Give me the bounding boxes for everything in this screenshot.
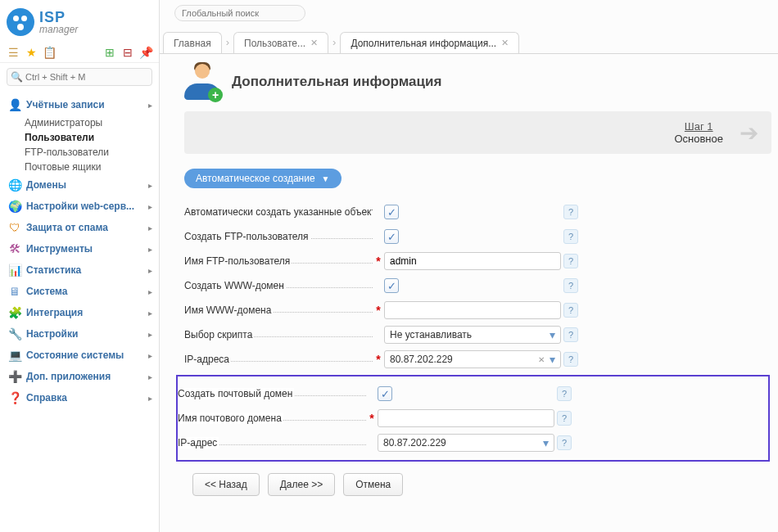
chevron-right-icon: ▸: [148, 101, 152, 110]
nav-group-7[interactable]: 🧩Интеграция▸: [0, 302, 159, 323]
nav-sub-item[interactable]: FTP-пользователи: [0, 145, 159, 160]
chevron-right-icon: ▸: [148, 245, 152, 254]
help-icon[interactable]: ?: [563, 303, 578, 318]
sidebar-search-input[interactable]: [7, 68, 152, 86]
step-indicator[interactable]: Шаг 1 Основное: [674, 120, 723, 145]
nav-group-label: Домены: [26, 179, 143, 191]
help-icon[interactable]: ?: [563, 352, 578, 367]
expand-icon[interactable]: ⊞: [103, 46, 116, 59]
ftp_create-checkbox[interactable]: ✓: [384, 229, 399, 244]
help-cell: ?: [554, 435, 574, 450]
help-cell: ?: [561, 327, 581, 342]
ip_addrs-select[interactable]: 80.87.202.229✕▾: [384, 350, 561, 368]
form-label: Создать почтовый домен: [178, 388, 366, 399]
chevron-down-icon: ▾: [550, 329, 555, 340]
back-button[interactable]: << Назад: [192, 473, 260, 496]
field-cell: ✓: [378, 386, 554, 401]
tab-2[interactable]: Дополнительная информация...✕: [340, 32, 519, 53]
nav-group-label: Настройки: [26, 328, 143, 340]
form-row-mail_create: Создать почтовый домен✓?: [178, 381, 765, 406]
sidebar-search: 🔍: [7, 68, 152, 86]
nav-group-1[interactable]: 🌐Домены▸: [0, 174, 159, 196]
close-icon[interactable]: ✕: [501, 38, 509, 48]
nav-group-icon: 🧩: [8, 306, 21, 319]
help-cell: ?: [561, 278, 581, 293]
ftp_name-input[interactable]: [384, 252, 561, 270]
close-icon[interactable]: ✕: [310, 38, 318, 48]
nav-group-8[interactable]: 🔧Настройки▸: [0, 323, 159, 345]
script-select[interactable]: Не устанавливать▾: [384, 326, 561, 344]
required-mark: *: [366, 412, 378, 425]
form-row-script: Выбор скриптаНе устанавливать▾?: [184, 322, 778, 347]
favorite-icon[interactable]: ★: [25, 46, 38, 59]
help-icon[interactable]: ?: [563, 254, 578, 268]
nav-group-6[interactable]: 🖥Система▸: [0, 281, 159, 302]
nav-group-3[interactable]: 🛡Защита от спама▸: [0, 217, 159, 238]
tab-separator-icon: ›: [226, 36, 229, 48]
help-cell: ?: [561, 352, 581, 367]
form-label: Создать WWW-домен: [184, 280, 373, 291]
select-value: Не устанавливать: [390, 329, 545, 340]
nav-group-0[interactable]: 👤Учётные записи▸: [0, 94, 159, 115]
help-icon[interactable]: ?: [563, 278, 578, 293]
form-label: Имя FTP-пользователя: [184, 255, 373, 267]
sidebar-toolbar: ☰ ★ 📋 ⊞ ⊟ 📌: [0, 43, 159, 63]
nav-group-10[interactable]: ➕Доп. приложения▸: [0, 366, 159, 387]
mail_ip-select[interactable]: 80.87.202.229▾: [378, 434, 554, 452]
step-arrow-icon: ➔: [740, 119, 758, 147]
nav-group-5[interactable]: 📊Статистика▸: [0, 259, 159, 281]
logo: ISP manager: [0, 0, 159, 43]
chevron-right-icon: ▸: [148, 223, 152, 232]
nav-group-icon: 💻: [8, 349, 21, 362]
www_name-input[interactable]: [384, 301, 561, 319]
tab-1[interactable]: Пользовате...✕: [233, 32, 328, 53]
chevron-right-icon: ▸: [148, 351, 152, 360]
nav-group-label: Состояние системы: [26, 349, 143, 361]
chevron-down-icon: ▼: [322, 174, 330, 183]
auto_create-checkbox[interactable]: ✓: [384, 205, 399, 219]
help-icon[interactable]: ?: [557, 411, 572, 426]
mail_name-input[interactable]: [378, 409, 554, 427]
www_create-checkbox[interactable]: ✓: [384, 278, 399, 293]
clipboard-icon[interactable]: 📋: [43, 46, 56, 59]
cancel-button[interactable]: Отмена: [343, 473, 403, 496]
chevron-right-icon: ▸: [148, 330, 152, 339]
help-icon[interactable]: ?: [563, 205, 578, 219]
pin-icon[interactable]: 📌: [139, 46, 152, 59]
tab-separator-icon: ›: [332, 36, 336, 48]
clear-icon[interactable]: ✕: [538, 355, 545, 364]
field-cell: 80.87.202.229▾: [378, 434, 554, 452]
help-icon[interactable]: ?: [563, 327, 578, 342]
next-button[interactable]: Далее >>: [268, 473, 336, 496]
collapse-icon[interactable]: ⊟: [121, 46, 134, 59]
required-mark: *: [373, 255, 384, 268]
help-icon[interactable]: ?: [557, 435, 572, 450]
help-cell: ?: [554, 411, 574, 426]
chevron-right-icon: ▸: [148, 309, 152, 318]
section-header[interactable]: Автоматическое создание ▼: [184, 169, 342, 188]
chevron-right-icon: ▸: [148, 266, 152, 275]
mail_create-checkbox[interactable]: ✓: [378, 386, 392, 401]
help-cell: ?: [554, 386, 574, 401]
nav-group-9[interactable]: 💻Состояние системы▸: [0, 345, 159, 366]
tab-0[interactable]: Главная: [163, 32, 222, 53]
nav-group-label: Статистика: [26, 264, 143, 276]
help-icon[interactable]: ?: [563, 229, 578, 244]
nav-group-icon: 👤: [8, 98, 21, 111]
nav-group-11[interactable]: ❓Справка▸: [0, 387, 159, 408]
toolbar-list-icon[interactable]: ☰: [7, 46, 20, 59]
logo-text-manager: manager: [39, 25, 78, 34]
form-label: IP-адрес: [178, 437, 366, 449]
content: + Дополнительная информация Шаг 1 Основн…: [160, 54, 778, 532]
nav-sub-item[interactable]: Пользователи: [0, 130, 159, 145]
help-cell: ?: [561, 205, 581, 219]
nav-sub-item[interactable]: Администраторы: [0, 115, 159, 130]
nav-group-label: Учётные записи: [26, 99, 143, 110]
nav-group-4[interactable]: 🛠Инструменты▸: [0, 238, 159, 259]
nav-group-2[interactable]: 🌍Настройки web-серв...▸: [0, 196, 159, 217]
global-search-input[interactable]: [174, 5, 305, 21]
field-cell: ✓: [384, 205, 561, 219]
help-icon[interactable]: ?: [557, 386, 572, 401]
nav-sub-item[interactable]: Почтовые ящики: [0, 160, 159, 174]
help-cell: ?: [561, 229, 581, 244]
